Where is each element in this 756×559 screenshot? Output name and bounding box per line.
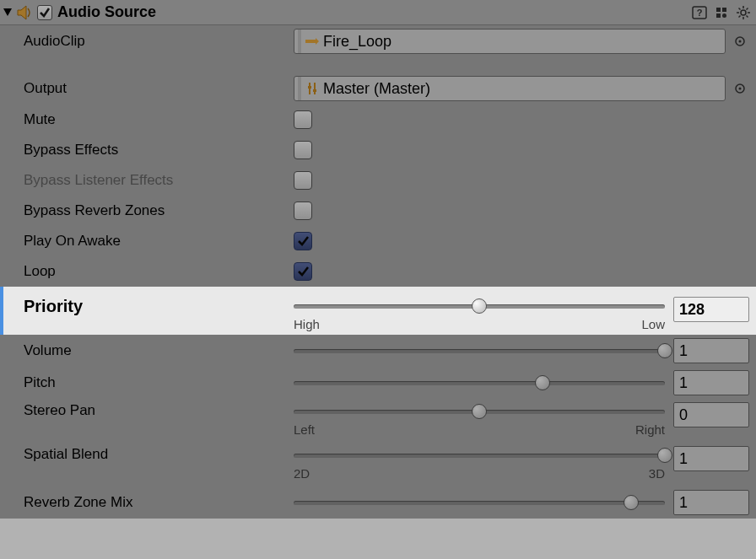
object-picker-icon[interactable] — [731, 83, 749, 94]
audio-source-component: Audio Source ? AudioClip Fire_Loop Outpu… — [0, 0, 756, 519]
stereo-pan-row: Stereo Pan Left Right 0 — [0, 399, 756, 443]
audioclip-label: AudioClip — [24, 33, 294, 50]
audioclip-row: AudioClip Fire_Loop — [0, 25, 756, 57]
stereo-pan-slider[interactable] — [294, 402, 665, 421]
slider-thumb[interactable] — [535, 375, 550, 390]
foldout-toggle-icon[interactable] — [3, 8, 12, 16]
spatial-blend-max-label: 3D — [649, 466, 665, 481]
play-on-awake-label: Play On Awake — [24, 233, 294, 250]
pitch-label: Pitch — [24, 374, 294, 391]
bypass-effects-checkbox[interactable] — [294, 141, 312, 159]
svg-text:?: ? — [697, 8, 703, 18]
spatial-blend-row: Spatial Blend 2D 3D 1 — [0, 443, 756, 486]
svg-point-5 — [722, 13, 726, 18]
bypass-effects-row: Bypass Effects — [0, 135, 756, 165]
component-title: Audio Source — [57, 3, 156, 21]
audioclip-field[interactable]: Fire_Loop — [294, 29, 726, 54]
pitch-slider[interactable] — [294, 374, 665, 392]
svg-line-12 — [747, 15, 748, 17]
play-on-awake-row: Play On Awake — [0, 226, 756, 256]
stereo-pan-value-field[interactable]: 0 — [673, 402, 749, 427]
svg-point-24 — [739, 88, 742, 90]
svg-marker-16 — [316, 38, 319, 45]
audioclip-icon — [305, 36, 319, 46]
object-picker-icon[interactable] — [731, 35, 749, 47]
priority-max-label: Low — [641, 317, 665, 331]
svg-rect-21 — [308, 86, 311, 89]
slider-thumb[interactable] — [472, 298, 487, 314]
bypass-listener-row: Bypass Listener Effects — [0, 165, 756, 196]
bypass-reverb-row: Bypass Reverb Zones — [0, 196, 756, 226]
svg-point-6 — [741, 10, 746, 15]
bypass-listener-label: Bypass Listener Effects — [24, 172, 294, 189]
priority-slider[interactable] — [294, 297, 665, 315]
stereo-pan-label: Stereo Pan — [24, 402, 294, 419]
reverb-mix-slider[interactable] — [294, 493, 665, 512]
volume-slider[interactable] — [294, 341, 665, 360]
priority-label: Priority — [24, 297, 294, 316]
help-icon[interactable]: ? — [690, 4, 709, 21]
slider-thumb[interactable] — [472, 404, 487, 419]
svg-rect-3 — [722, 8, 726, 12]
volume-label: Volume — [24, 342, 294, 359]
svg-rect-15 — [305, 40, 316, 43]
mute-label: Mute — [24, 111, 294, 128]
component-enable-checkbox[interactable] — [37, 5, 52, 20]
audioclip-value: Fire_Loop — [323, 33, 392, 51]
output-value: Master (Master) — [323, 80, 430, 98]
slider-thumb[interactable] — [657, 448, 672, 463]
svg-line-14 — [747, 8, 748, 9]
priority-row: Priority High Low 128 — [0, 287, 756, 335]
spatial-blend-min-label: 2D — [294, 466, 310, 481]
loop-row: Loop — [0, 256, 756, 287]
svg-line-13 — [739, 15, 741, 17]
output-field[interactable]: Master (Master) — [294, 76, 726, 101]
priority-min-label: High — [294, 317, 320, 331]
play-on-awake-checkbox[interactable] — [294, 232, 312, 250]
reverb-mix-value-field[interactable]: 1 — [673, 490, 749, 515]
svg-line-11 — [739, 8, 741, 9]
pitch-value-field[interactable]: 1 — [673, 370, 749, 395]
mixer-icon — [305, 82, 319, 95]
speaker-icon — [17, 5, 34, 20]
pitch-row: Pitch 1 — [0, 367, 756, 399]
svg-rect-22 — [313, 89, 316, 92]
output-row: Output Master (Master) — [0, 73, 756, 105]
bypass-effects-label: Bypass Effects — [24, 142, 294, 159]
bypass-reverb-label: Bypass Reverb Zones — [24, 202, 294, 219]
gear-icon[interactable] — [734, 4, 753, 21]
spatial-blend-value-field[interactable]: 1 — [673, 446, 749, 471]
reverb-mix-label: Reverb Zone Mix — [24, 494, 294, 511]
svg-rect-4 — [716, 13, 721, 18]
stereo-pan-max-label: Right — [635, 422, 665, 437]
svg-rect-2 — [716, 8, 721, 12]
output-label: Output — [24, 80, 294, 97]
svg-point-18 — [739, 40, 742, 43]
volume-row: Volume 1 — [0, 335, 756, 367]
loop-checkbox[interactable] — [294, 262, 312, 281]
preset-icon[interactable] — [712, 4, 731, 21]
bypass-listener-checkbox[interactable] — [294, 171, 312, 190]
mute-checkbox[interactable] — [294, 110, 312, 129]
mute-row: Mute — [0, 105, 756, 135]
spatial-blend-slider[interactable] — [294, 446, 665, 465]
spatial-blend-label: Spatial Blend — [24, 446, 294, 463]
volume-value-field[interactable]: 1 — [673, 338, 749, 363]
bypass-reverb-checkbox[interactable] — [294, 202, 312, 220]
priority-value-field[interactable]: 128 — [673, 297, 749, 322]
component-header: Audio Source ? — [0, 0, 756, 25]
stereo-pan-min-label: Left — [294, 422, 315, 437]
reverb-mix-row: Reverb Zone Mix 1 — [0, 486, 756, 519]
slider-thumb[interactable] — [624, 495, 639, 510]
loop-label: Loop — [24, 263, 294, 280]
slider-thumb[interactable] — [657, 343, 672, 358]
